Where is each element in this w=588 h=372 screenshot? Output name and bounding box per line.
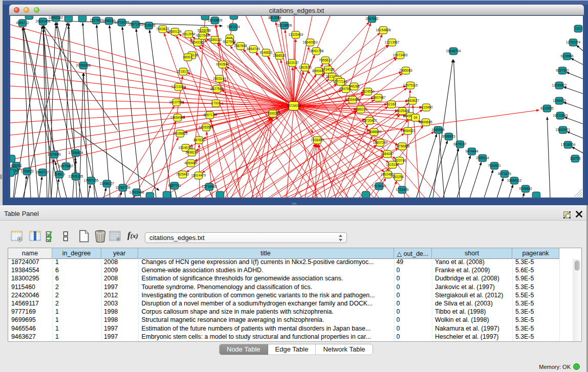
svg-text:6322037: 6322037	[286, 61, 299, 64]
svg-text:1588520: 1588520	[273, 54, 286, 57]
svg-text:9115460: 9115460	[420, 105, 433, 109]
svg-text:1156823: 1156823	[21, 169, 34, 173]
svg-text:10653267: 10653267	[49, 16, 63, 19]
svg-text:7955812: 7955812	[319, 58, 332, 62]
svg-text:10025438: 10025438	[395, 109, 410, 113]
svg-text:15720407: 15720407	[362, 119, 377, 122]
svg-text:10688609: 10688609	[367, 130, 382, 134]
svg-text:7632621: 7632621	[488, 164, 501, 167]
svg-text:2087682: 2087682	[365, 17, 379, 20]
svg-text:18300295: 18300295	[266, 112, 280, 115]
svg-text:11751074: 11751074	[566, 40, 581, 44]
svg-text:7485063: 7485063	[399, 69, 412, 72]
svg-text:16914479: 16914479	[191, 173, 206, 177]
svg-text:8471676: 8471676	[498, 172, 511, 176]
svg-text:3267130: 3267130	[203, 113, 216, 117]
svg-text:2803144: 2803144	[213, 77, 226, 80]
svg-text:10807487: 10807487	[371, 96, 386, 99]
svg-text:5226058: 5226058	[198, 29, 211, 32]
svg-text:19756928: 19756928	[395, 144, 410, 148]
svg-text:8454749: 8454749	[247, 47, 260, 51]
svg-text:9084067: 9084067	[381, 152, 394, 156]
svg-text:20364436: 20364436	[345, 98, 360, 101]
svg-text:3624554: 3624554	[361, 90, 375, 93]
svg-text:19166825: 19166825	[173, 132, 188, 135]
svg-text:8813054: 8813054	[268, 16, 281, 19]
svg-text:12093872: 12093872	[552, 83, 567, 87]
svg-text:8186323: 8186323	[208, 38, 222, 41]
svg-text:435061: 435061	[11, 164, 22, 167]
svg-text:16782759: 16782759	[116, 186, 130, 189]
svg-text:8912954: 8912954	[182, 32, 195, 36]
svg-text:16543362: 16543362	[190, 40, 205, 44]
svg-text:9463627: 9463627	[406, 99, 419, 102]
svg-text:8938923: 8938923	[442, 135, 455, 138]
svg-text:2020656: 2020656	[48, 152, 61, 156]
svg-text:10654112: 10654112	[507, 179, 522, 182]
svg-text:1527602: 1527602	[90, 18, 103, 22]
svg-text:9146821: 9146821	[259, 51, 273, 54]
svg-text:19654983: 19654983	[170, 116, 185, 119]
svg-text:1640954: 1640954	[431, 128, 445, 132]
svg-text:15692971: 15692971	[556, 128, 571, 132]
svg-text:19654923: 19654923	[401, 129, 416, 133]
svg-text:12923446: 12923446	[129, 190, 144, 194]
svg-text:12353594: 12353594	[199, 125, 214, 129]
svg-text:114519: 114519	[54, 172, 65, 176]
svg-text:9242848: 9242848	[216, 62, 229, 66]
svg-text:7625402: 7625402	[176, 172, 189, 176]
svg-text:6899695: 6899695	[419, 120, 432, 124]
svg-text:1112: 1112	[575, 27, 582, 30]
svg-text:17957255: 17957255	[84, 179, 99, 182]
svg-text:11958107: 11958107	[100, 182, 115, 185]
svg-text:6479197: 6479197	[453, 142, 467, 146]
svg-text:2367608: 2367608	[234, 44, 247, 48]
svg-text:1733426: 1733426	[396, 188, 409, 191]
svg-text:16961758: 16961758	[309, 49, 324, 53]
svg-text:12975115: 12975115	[403, 83, 418, 87]
svg-text:7386372: 7386372	[354, 107, 367, 111]
svg-text:16154808: 16154808	[376, 28, 391, 32]
svg-text:2935114: 2935114	[476, 156, 489, 160]
svg-text:19975887: 19975887	[59, 164, 74, 168]
svg-text:16210643: 16210643	[553, 114, 568, 117]
svg-text:2718176: 2718176	[177, 70, 190, 73]
svg-text:16671365: 16671365	[128, 23, 143, 26]
svg-text:9129966: 9129966	[560, 54, 574, 58]
svg-text:4099489: 4099489	[184, 161, 198, 165]
svg-text:17359924: 17359924	[69, 151, 83, 155]
svg-text:887833: 887833	[193, 138, 205, 142]
svg-text:7515526: 7515526	[142, 24, 156, 27]
svg-text:10719155: 10719155	[115, 20, 129, 24]
svg-text:12213967: 12213967	[385, 40, 400, 44]
svg-text:1244415: 1244415	[553, 99, 566, 102]
svg-text:16648784: 16648784	[446, 49, 461, 53]
svg-text:20053346: 20053346	[76, 63, 91, 67]
svg-text:7857224: 7857224	[227, 25, 240, 29]
svg-text:12213369: 12213369	[171, 85, 186, 89]
svg-text:18724007: 18724007	[287, 104, 301, 107]
svg-text:16107553: 16107553	[169, 100, 184, 104]
svg-text:20691406: 20691406	[36, 19, 51, 23]
svg-text:64: 64	[413, 116, 418, 119]
svg-text:252254: 252254	[393, 175, 404, 179]
svg-text:13716485: 13716485	[202, 185, 217, 188]
svg-text:7663822: 7663822	[156, 27, 169, 31]
svg-text:9327500: 9327500	[196, 34, 209, 37]
svg-text:16033809: 16033809	[208, 18, 223, 22]
svg-text:19218506: 19218506	[277, 24, 292, 27]
svg-text:116753: 116753	[570, 157, 581, 160]
svg-text:17016504: 17016504	[561, 143, 576, 146]
svg-text:9227342: 9227342	[556, 69, 569, 72]
svg-text:18807249: 18807249	[373, 141, 388, 144]
svg-text:4055712: 4055712	[16, 21, 29, 25]
svg-text:8215955: 8215955	[540, 106, 554, 110]
svg-text:12325419: 12325419	[289, 33, 303, 36]
svg-text:9327508: 9327508	[223, 40, 236, 43]
svg-text:62160: 62160	[387, 102, 396, 106]
svg-text:3498222: 3498222	[185, 150, 199, 154]
svg-text:9245652: 9245652	[519, 187, 532, 190]
svg-text:1938455: 1938455	[311, 138, 324, 142]
svg-text:1615152: 1615152	[386, 163, 399, 166]
svg-text:17006: 17006	[211, 101, 221, 105]
